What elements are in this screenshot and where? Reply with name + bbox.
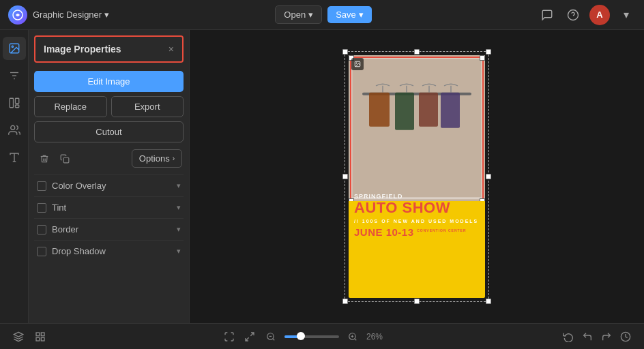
poster-brand: SPRINGFIELD	[354, 193, 480, 200]
chevron-down-icon: ▾	[624, 8, 629, 21]
edit-image-button[interactable]: Edit Image	[34, 71, 184, 92]
icon-bar	[0, 30, 29, 323]
panel-title: Image Properties	[44, 44, 121, 55]
zoom-percent: 26%	[366, 332, 387, 342]
topbar-left: Graphic Designer ▾	[8, 5, 109, 25]
fit-to-screen-icon[interactable]	[222, 329, 237, 344]
topbar: Graphic Designer ▾ Open ▾ Save ▾ A	[0, 0, 644, 30]
drop-shadow-checkbox[interactable]	[37, 247, 46, 256]
open-button[interactable]: Open ▾	[275, 5, 322, 24]
handle-bl[interactable]	[342, 299, 348, 304]
options-row: Options ›	[34, 147, 184, 170]
border-checkbox[interactable]	[37, 225, 46, 234]
effect-row-drop-shadow: Drop Shadow ▾	[34, 240, 184, 262]
color-overlay-checkbox[interactable]	[37, 181, 46, 191]
options-button[interactable]: Options ›	[132, 149, 182, 168]
svg-rect-8	[15, 98, 18, 104]
handle-br[interactable]	[486, 299, 491, 304]
duplicate-icon-button[interactable]	[56, 150, 74, 168]
panel-body: Edit Image Replace Export Cutout	[29, 68, 189, 269]
image-selection-box	[350, 57, 484, 201]
sidebar-item-text[interactable]	[3, 146, 26, 169]
comment-button[interactable]	[538, 5, 557, 25]
export-button[interactable]: Export	[111, 96, 184, 117]
bottombar-center: 26%	[222, 329, 387, 345]
poster-date: JUNE 10-13 CONVENTION CENTER	[354, 226, 480, 238]
zoom-in-button[interactable]	[345, 329, 361, 345]
panel-header: Image Properties ×	[34, 35, 184, 63]
cutout-button[interactable]: Cutout	[34, 121, 184, 142]
replace-button[interactable]: Replace	[34, 96, 107, 117]
avatar[interactable]: A	[589, 5, 610, 25]
handle-tr[interactable]	[486, 49, 491, 55]
svg-point-27	[356, 63, 357, 63]
canvas-area[interactable]: SPRINGFIELD AUTO SHOW // 100S OF NEW AND…	[190, 30, 644, 323]
topbar-menu-button[interactable]: ▾	[617, 5, 636, 25]
zoom-out-button[interactable]	[263, 329, 279, 345]
svg-point-3	[12, 46, 13, 47]
tint-checkbox[interactable]	[37, 203, 46, 213]
handle-mr[interactable]	[486, 174, 491, 179]
sidebar-item-filters[interactable]	[3, 64, 26, 87]
tint-expand[interactable]: ▾	[177, 203, 181, 212]
poster-wrapper: SPRINGFIELD AUTO SHOW // 100S OF NEW AND…	[349, 55, 485, 298]
help-button[interactable]	[564, 5, 583, 25]
image-type-icon	[351, 58, 364, 70]
poster-subtitle: // 100S OF NEW AND USED MODELS	[354, 218, 480, 225]
effects-list: Color Overlay ▾ Tint ▾ Border	[34, 174, 184, 262]
svg-rect-9	[15, 105, 18, 108]
topbar-right: A ▾	[538, 5, 636, 25]
svg-rect-29	[36, 333, 40, 336]
icon-group	[35, 150, 74, 168]
grid-icon[interactable]	[33, 329, 48, 344]
chevron-down-icon: ▾	[308, 10, 313, 20]
save-button[interactable]: Save ▾	[327, 6, 372, 23]
svg-line-34	[273, 338, 275, 340]
color-overlay-label: Color Overlay	[52, 181, 106, 191]
svg-line-37	[355, 338, 357, 340]
poster: SPRINGFIELD AUTO SHOW // 100S OF NEW AND…	[349, 55, 485, 298]
svg-rect-13	[63, 157, 69, 163]
handle-bm[interactable]	[414, 299, 420, 304]
main-area: Image Properties × Edit Image Replace Ex…	[0, 30, 644, 323]
poster-title: AUTO SHOW	[354, 200, 480, 216]
zoom-slider[interactable]	[284, 335, 339, 338]
svg-rect-7	[10, 98, 13, 108]
chevron-right-icon: ›	[173, 155, 175, 162]
svg-point-10	[10, 125, 14, 130]
color-overlay-expand[interactable]: ▾	[177, 181, 181, 190]
border-expand[interactable]: ▾	[177, 225, 181, 234]
handle-ml[interactable]	[342, 174, 348, 179]
redo-icon[interactable]	[599, 329, 614, 344]
drop-shadow-expand[interactable]: ▾	[177, 247, 181, 256]
undo-icon[interactable]	[580, 329, 595, 344]
app-logo	[8, 5, 27, 25]
svg-point-1	[568, 10, 578, 20]
zoom-slider-thumb[interactable]	[297, 332, 305, 340]
layers-icon[interactable]	[11, 329, 26, 344]
poster-venue: CONVENTION CENTER	[417, 228, 466, 232]
poster-text-area: SPRINGFIELD AUTO SHOW // 100S OF NEW AND…	[349, 189, 485, 298]
topbar-center: Open ▾ Save ▾	[275, 5, 371, 24]
sel-handle-tr[interactable]	[480, 55, 485, 61]
chevron-down-icon: ▾	[359, 10, 364, 20]
effect-row-border: Border ▾	[34, 218, 184, 240]
bottombar-left	[11, 329, 48, 344]
handle-tl[interactable]	[342, 49, 348, 55]
resize-icon[interactable]	[242, 329, 257, 344]
history-icon[interactable]	[618, 329, 633, 344]
app-name[interactable]: Graphic Designer ▾	[33, 10, 109, 20]
refresh-icon[interactable]	[561, 329, 576, 344]
sidebar-item-users[interactable]	[3, 119, 26, 142]
chevron-down-icon: ▾	[104, 10, 109, 20]
sidebar-item-layout[interactable]	[3, 91, 26, 115]
replace-export-row: Replace Export	[34, 96, 184, 117]
delete-icon-button[interactable]	[35, 150, 53, 168]
poster-image	[349, 55, 485, 201]
svg-marker-28	[14, 332, 23, 337]
handle-tm[interactable]	[414, 49, 420, 55]
border-label: Border	[52, 224, 78, 234]
tint-label: Tint	[52, 202, 66, 213]
close-panel-button[interactable]: ×	[169, 44, 174, 54]
sidebar-item-image[interactable]	[3, 37, 26, 60]
